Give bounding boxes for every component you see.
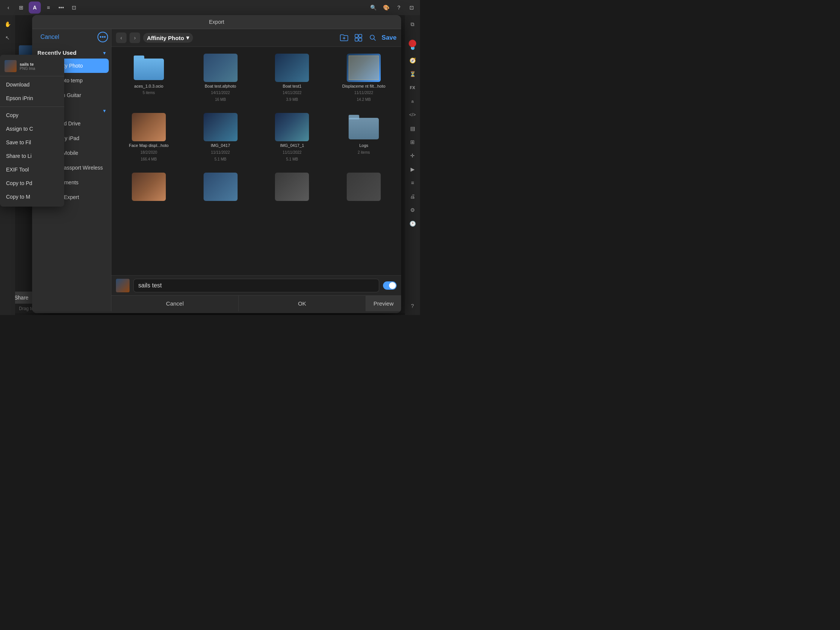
fb-toolbar: ‹ › Affinity Photo ▾ bbox=[111, 29, 401, 47]
svg-rect-2 bbox=[355, 38, 358, 41]
action-cancel-button[interactable]: Cancel bbox=[111, 296, 239, 311]
nav-forward-button[interactable]: › bbox=[129, 33, 140, 43]
share-item-epson[interactable]: Epson iPrin bbox=[0, 92, 64, 105]
img0417-thumb bbox=[204, 113, 238, 141]
file-item-partial2[interactable] bbox=[188, 171, 253, 203]
fb-cancel-button[interactable]: Cancel bbox=[35, 32, 65, 43]
barcode-tool[interactable]: ▤ bbox=[406, 122, 418, 134]
share-item-copy-pd[interactable]: Copy to Pd bbox=[0, 176, 64, 190]
file-item-aces[interactable]: aces_1.0.3.ocio 5 items bbox=[116, 51, 182, 105]
locations-chevron: ▾ bbox=[103, 107, 106, 114]
red-indicator bbox=[409, 39, 416, 47]
share-menu: sails te PNG Ima Download Epson iPrin Co… bbox=[0, 55, 64, 207]
app-icon: A bbox=[29, 2, 41, 14]
boat-test1-meta2: 3.9 MB bbox=[286, 97, 298, 103]
img0417-1-name: IMG_0417_1 bbox=[280, 143, 305, 148]
filename-input[interactable] bbox=[133, 279, 379, 292]
select-tool[interactable]: ⊞ bbox=[406, 136, 418, 148]
share-item-copy[interactable]: Copy bbox=[0, 108, 64, 122]
file-item-img0417[interactable]: IMG_0417 11/11/2022 5.1 MB bbox=[188, 111, 253, 164]
displacement-meta1: 11/11/2022 bbox=[354, 90, 373, 96]
cursor-tool[interactable]: ↖ bbox=[2, 32, 14, 44]
partial1-thumb bbox=[132, 173, 166, 201]
current-folder-pill[interactable]: Affinity Photo ▾ bbox=[143, 33, 193, 43]
fb-top-row: Cancel ••• bbox=[32, 29, 111, 45]
filename-thumb bbox=[116, 279, 129, 292]
clock-tool[interactable]: 🕐 bbox=[406, 218, 418, 230]
file-item-partial3[interactable] bbox=[259, 171, 325, 203]
folder-dropdown-chevron: ▾ bbox=[186, 35, 189, 41]
file-item-boat-test[interactable]: Boat test.afphoto 14/11/2022 16 MB bbox=[188, 51, 253, 105]
share-item-download[interactable]: Download bbox=[0, 78, 64, 92]
share-item-exif[interactable]: EXIF Tool bbox=[0, 163, 64, 176]
action-ok-button[interactable]: OK bbox=[239, 296, 366, 311]
nav-back-button[interactable]: ‹ bbox=[116, 33, 126, 43]
img0417-meta1: 11/11/2022 bbox=[211, 150, 230, 155]
displacement-name: Displaceme nt filt...hoto bbox=[342, 84, 385, 89]
text-tool[interactable]: a bbox=[406, 95, 418, 107]
search-toolbar-button[interactable]: 🔍 bbox=[368, 2, 379, 13]
list-tool[interactable]: ≡ bbox=[406, 177, 418, 189]
displacement-meta2: 14.2 MB bbox=[357, 97, 371, 103]
partial4-thumb bbox=[347, 173, 381, 201]
save-button[interactable]: Save bbox=[382, 34, 396, 41]
file-item-face-map[interactable]: Face Map displ...hoto 18/2/2020 166.4 MB bbox=[116, 111, 182, 164]
share-divider-2 bbox=[0, 106, 64, 107]
crop-button[interactable]: ⊡ bbox=[69, 2, 79, 13]
hourglass-tool[interactable]: ⏳ bbox=[406, 68, 418, 80]
boat-test-thumb bbox=[204, 54, 238, 82]
share-item-assign[interactable]: Assign to C bbox=[0, 122, 64, 136]
boat-test-meta2: 16 MB bbox=[215, 97, 226, 103]
action-preview-button[interactable]: Preview bbox=[366, 296, 401, 311]
move-tool[interactable]: ✛ bbox=[406, 150, 418, 162]
file-item-logs[interactable]: Logs 2 items bbox=[331, 111, 396, 164]
file-item-partial1[interactable] bbox=[116, 171, 182, 203]
img0417-1-meta2: 5.1 MB bbox=[286, 157, 298, 162]
gear-tool[interactable]: ⚙ bbox=[406, 204, 418, 216]
play-tool[interactable]: ▶ bbox=[406, 163, 418, 175]
displacement-thumb bbox=[347, 54, 381, 82]
img0417-1-meta1: 11/11/2022 bbox=[283, 150, 302, 155]
print-tool[interactable]: 🖨 bbox=[406, 190, 418, 202]
aces-meta: 5 items bbox=[143, 90, 155, 96]
top-toolbar: ‹ ⊞ A ≡ ••• ⊡ 🔍 🎨 ? ⊡ bbox=[0, 0, 420, 15]
menu-button[interactable]: ≡ bbox=[43, 2, 54, 13]
grid-view-button[interactable] bbox=[353, 32, 364, 43]
boat-test1-meta1: 14/11/2022 bbox=[283, 90, 302, 96]
compass-tool[interactable]: 🧭 bbox=[406, 54, 418, 66]
grid-button[interactable]: ⊞ bbox=[16, 2, 27, 13]
fx-tool[interactable]: FX bbox=[406, 82, 418, 94]
share-item-share-li[interactable]: Share to Li bbox=[0, 149, 64, 163]
question-button[interactable]: ? bbox=[393, 2, 404, 13]
action-bar: Cancel OK Preview bbox=[111, 295, 401, 311]
aces-thumb bbox=[132, 54, 166, 82]
export-dialog: Export Cancel ••• Recently Used ▾ Affini… bbox=[32, 15, 401, 313]
aces-name: aces_1.0.3.ocio bbox=[134, 84, 163, 89]
question-tool[interactable]: ? bbox=[406, 300, 418, 312]
share-menu-header: sails te PNG Ima bbox=[0, 58, 64, 74]
boat-test-meta1: 14/11/2022 bbox=[211, 90, 230, 96]
search-files-button[interactable] bbox=[367, 32, 379, 43]
logs-meta1: 2 items bbox=[358, 150, 370, 155]
filename-toggle[interactable] bbox=[383, 281, 396, 290]
partial3-thumb bbox=[275, 173, 309, 201]
brush-button[interactable]: 🎨 bbox=[381, 2, 391, 13]
share-item-copy-m[interactable]: Copy to M bbox=[0, 190, 64, 204]
fb-more-button[interactable]: ••• bbox=[98, 32, 108, 42]
file-item-partial4[interactable] bbox=[331, 171, 396, 203]
layers-tool[interactable]: ⧉ bbox=[406, 18, 418, 30]
svg-point-4 bbox=[370, 35, 374, 39]
more-button[interactable]: ••• bbox=[56, 2, 66, 13]
file-item-boat-test1[interactable]: Boat test1 14/11/2022 3.9 MB bbox=[259, 51, 325, 105]
back-button[interactable]: ‹ bbox=[3, 2, 14, 13]
partial2-thumb bbox=[204, 173, 238, 201]
code-tool[interactable]: </> bbox=[406, 109, 418, 121]
hand-tool[interactable]: ✋ bbox=[2, 18, 14, 30]
file-item-img0417-1[interactable]: IMG_0417_1 11/11/2022 5.1 MB bbox=[259, 111, 325, 164]
share-file-type: PNG Ima bbox=[20, 66, 35, 71]
file-item-displacement[interactable]: Displaceme nt filt...hoto 11/11/2022 14.… bbox=[331, 51, 396, 105]
new-folder-button[interactable] bbox=[338, 32, 350, 43]
screen-button[interactable]: ⊡ bbox=[406, 2, 417, 13]
share-item-save[interactable]: Save to Fil bbox=[0, 136, 64, 149]
recently-used-chevron: ▾ bbox=[103, 50, 106, 56]
